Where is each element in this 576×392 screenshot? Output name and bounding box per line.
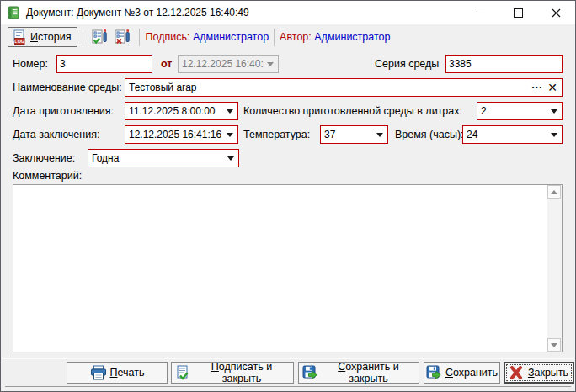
toolbar: LOG История [1, 24, 575, 50]
time-hours-value: 24 [467, 129, 548, 140]
print-label: ечать [118, 367, 145, 379]
red-x-icon [509, 366, 525, 379]
chevron-down-icon [224, 105, 236, 117]
comment-textarea[interactable] [13, 184, 563, 352]
window-title: Документ: Документ №3 от 12.12.2025 16:4… [26, 7, 249, 19]
unsign-x-icon [114, 29, 131, 46]
quantity-value: 2 [481, 105, 548, 117]
prep-date-label: Дата приготовления: [13, 102, 114, 120]
sign-close-label-mnemonic: П [211, 361, 219, 373]
conclusion-date-combo[interactable]: 12.12.2025 16:41:16 [125, 125, 238, 144]
scroll-down-button[interactable] [547, 338, 561, 352]
save-label: охранить [453, 367, 498, 379]
conclusion-label: Заключение: [13, 149, 75, 167]
save-and-close-button[interactable]: Сохранить и закрыть [298, 362, 419, 384]
svg-text:LOG: LOG [14, 39, 24, 44]
chevron-down-icon [264, 58, 276, 70]
quantity-label: Количество приготовленной среды в литрах… [243, 102, 462, 120]
maximize-button[interactable] [499, 1, 537, 24]
signature-status: Подпись: Администратор [145, 31, 269, 43]
minimize-icon [477, 13, 485, 13]
chevron-down-icon [374, 129, 386, 140]
printer-icon [90, 365, 107, 380]
sign-check-icon [91, 29, 109, 46]
author-label: Автор: [280, 31, 312, 43]
comment-label: Комментарий: [13, 167, 82, 185]
toolbar-separator [83, 29, 83, 46]
medium-name-value: Тестовый агар [129, 82, 529, 93]
close-label: акрыть [534, 367, 568, 379]
window-controls [461, 1, 575, 24]
from-date-value: 12.12.2025 16:40:49 [182, 58, 264, 70]
print-button[interactable]: Печать [67, 362, 168, 384]
bottom-divider [5, 386, 571, 387]
time-hours-combo[interactable]: 24 [462, 125, 563, 144]
conclusion-date-value: 12.12.2025 16:41:16 [129, 129, 224, 140]
history-button[interactable]: LOG История [8, 27, 77, 47]
temperature-value: 37 [324, 129, 374, 140]
close-window-button[interactable] [537, 1, 575, 24]
series-label: Серия среды [375, 55, 439, 73]
history-log-icon: LOG [12, 29, 27, 45]
temperature-label: Температура: [243, 125, 310, 144]
conclusion-date-label: Дата заключения: [13, 125, 99, 144]
prep-date-value: 11.12.2025 8:00:00 [129, 105, 224, 117]
conclusion-value: Годна [92, 152, 225, 164]
close-icon [552, 8, 561, 18]
document-window: Документ: Документ №3 от 12.12.2025 16:4… [0, 0, 576, 392]
toolbar-separator [274, 29, 275, 46]
quantity-combo[interactable]: 2 [477, 102, 563, 120]
green-notebook-icon [7, 6, 20, 19]
minimize-button[interactable] [461, 1, 499, 24]
unsign-document-button[interactable] [111, 26, 134, 48]
history-label: стория [38, 31, 72, 43]
save-close-label: охранить и закрыть [345, 361, 399, 384]
sign-page-icon [175, 365, 190, 380]
from-label: от [161, 55, 172, 73]
close-button[interactable]: Закрыть [504, 362, 574, 384]
chevron-down-icon [225, 152, 237, 164]
series-input[interactable] [445, 55, 563, 73]
chevron-down-icon [548, 129, 560, 140]
medium-name-field[interactable]: Тестовый агар ··· ✕ [125, 78, 563, 97]
save-close-label-mnemonic: С [338, 361, 345, 373]
medium-name-browse-button[interactable]: ··· [529, 79, 545, 96]
signature-label: Подпись: [145, 31, 189, 43]
save-arrow-icon [302, 365, 318, 380]
scroll-up-button[interactable] [547, 185, 561, 199]
temperature-combo[interactable]: 37 [320, 125, 388, 144]
print-label-mnemonic: П [110, 367, 118, 379]
sign-document-button[interactable] [88, 26, 111, 48]
conclusion-combo[interactable]: Годна [88, 149, 239, 167]
buttons-divider-highlight [3, 358, 573, 359]
triangle-up-icon [551, 187, 557, 194]
comment-scrollbar[interactable] [547, 185, 562, 352]
number-input[interactable] [56, 55, 152, 73]
maximize-icon [514, 8, 523, 18]
from-date-combo: 12.12.2025 16:40:49 [178, 55, 279, 73]
triangle-down-icon [551, 343, 557, 351]
save-arrow-icon [426, 365, 442, 380]
chevron-down-icon [224, 129, 236, 140]
number-label: Номер: [13, 55, 48, 73]
medium-name-label: Наименование среды: [13, 78, 122, 97]
save-label-mnemonic: С [445, 367, 453, 379]
sign-close-label: одписать и закрыть [219, 361, 272, 384]
prep-date-combo[interactable]: 11.12.2025 8:00:00 [125, 102, 238, 120]
author-value: Администратор [314, 31, 390, 43]
toolbar-separator [139, 29, 140, 46]
medium-name-clear-button[interactable]: ✕ [545, 79, 562, 96]
chevron-down-icon [548, 105, 560, 117]
sign-and-close-button[interactable]: Подписать и закрыть [171, 362, 294, 384]
time-hours-label: Время (часы): [395, 125, 464, 144]
history-label-mnemonic: И [30, 31, 38, 43]
title-bar: Документ: Документ №3 от 12.12.2025 16:4… [1, 1, 575, 24]
save-button[interactable]: Сохранить [424, 362, 500, 384]
author-status: Автор: Администратор [280, 31, 390, 43]
signature-value: Администратор [193, 31, 269, 43]
